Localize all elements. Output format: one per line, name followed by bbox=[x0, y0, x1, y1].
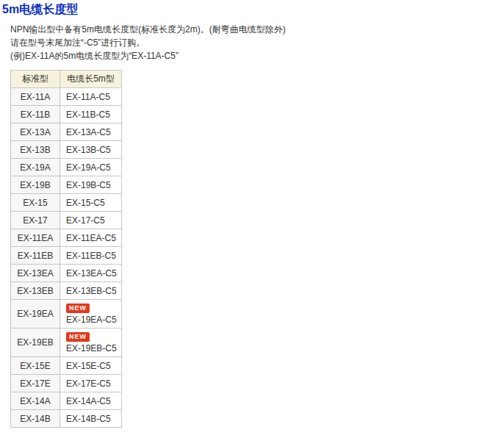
table-row: EX-19BEX-19B-C5 bbox=[11, 176, 122, 194]
new-badge: NEW bbox=[66, 332, 90, 342]
table-row: EX-17EEX-17E-C5 bbox=[11, 375, 122, 392]
table-row: EX-19EBNEWEX-19EB-C5 bbox=[11, 328, 122, 357]
header-standard-type: 标准型 bbox=[11, 71, 60, 88]
table-row: EX-19EANEWEX-19EA-C5 bbox=[11, 300, 122, 328]
standard-model-cell: EX-19EA bbox=[11, 300, 60, 328]
table-row: EX-14AEX-14A-C5 bbox=[11, 392, 122, 410]
table-row: EX-13EBEX-13EB-C5 bbox=[11, 282, 122, 300]
standard-model-cell: EX-13EA bbox=[11, 265, 60, 282]
table-row: EX-19AEX-19A-C5 bbox=[11, 159, 122, 176]
intro-line-2: 请在型号末尾加注“-C5”进行订购。 bbox=[10, 36, 504, 49]
table-row: EX-11BEX-11B-C5 bbox=[11, 106, 122, 123]
cable5m-model-cell: EX-11A-C5 bbox=[60, 88, 122, 106]
standard-model-cell: EX-13EB bbox=[11, 282, 60, 300]
standard-model-cell: EX-19EB bbox=[11, 328, 60, 357]
header-row: 标准型 电缆长5m型 bbox=[11, 71, 122, 88]
cable5m-model-cell: EX-11EB-C5 bbox=[60, 247, 122, 265]
standard-model-cell: EX-17 bbox=[11, 212, 60, 229]
table-row: EX-13EAEX-13EA-C5 bbox=[11, 265, 122, 282]
standard-model-cell: EX-14B bbox=[11, 410, 60, 428]
cable-table-body: EX-11AEX-11A-C5EX-11BEX-11B-C5EX-13AEX-1… bbox=[11, 88, 122, 428]
page-title: 5m电缆长度型 bbox=[0, 0, 504, 16]
cable5m-model-cell: EX-13A-C5 bbox=[60, 123, 122, 141]
header-cable-5m-type: 电缆长5m型 bbox=[60, 71, 122, 88]
standard-model-cell: EX-11A bbox=[11, 88, 60, 106]
table-row: EX-14BEX-14B-C5 bbox=[11, 410, 122, 428]
cable5m-model-text: EX-19EB-C5 bbox=[66, 342, 118, 354]
standard-model-cell: EX-13A bbox=[11, 123, 60, 141]
cable5m-model-cell: EX-13EB-C5 bbox=[60, 282, 122, 300]
cable5m-model-cell: NEWEX-19EB-C5 bbox=[60, 328, 122, 357]
cable-table-head: 标准型 电缆长5m型 bbox=[11, 71, 122, 88]
standard-model-cell: EX-11EB bbox=[11, 247, 60, 265]
cable5m-model-cell: EX-17E-C5 bbox=[60, 375, 122, 392]
standard-model-cell: EX-19A bbox=[11, 159, 60, 176]
standard-model-cell: EX-17E bbox=[11, 375, 60, 392]
standard-model-cell: EX-15 bbox=[11, 194, 60, 212]
cable5m-model-text: EX-19EA-C5 bbox=[66, 314, 118, 326]
page: 5m电缆长度型 NPN输出型中备有5m电缆长度型(标准长度为2m)。(耐弯曲电缆… bbox=[0, 0, 504, 438]
standard-model-cell: EX-13B bbox=[11, 141, 60, 159]
cable5m-model-cell: EX-19A-C5 bbox=[60, 159, 122, 176]
standard-model-cell: EX-11EA bbox=[11, 229, 60, 247]
cable5m-model-cell: EX-11EA-C5 bbox=[60, 229, 122, 247]
table-row: EX-11AEX-11A-C5 bbox=[11, 88, 122, 106]
standard-model-cell: EX-14A bbox=[11, 392, 60, 410]
cable5m-model-cell: EX-11B-C5 bbox=[60, 106, 122, 123]
table-row: EX-17EX-17-C5 bbox=[11, 212, 122, 229]
table-row: EX-15EEX-15E-C5 bbox=[11, 357, 122, 375]
intro-line-1: NPN输出型中备有5m电缆长度型(标准长度为2m)。(耐弯曲电缆型除外) bbox=[10, 23, 504, 36]
table-row: EX-15EX-15-C5 bbox=[11, 194, 122, 212]
cable5m-model-cell: EX-19B-C5 bbox=[60, 176, 122, 194]
cable5m-model-cell: EX-13EA-C5 bbox=[60, 265, 122, 282]
standard-model-cell: EX-15E bbox=[11, 357, 60, 375]
cable5m-model-cell: EX-13B-C5 bbox=[60, 141, 122, 159]
cable5m-model-cell: EX-14A-C5 bbox=[60, 392, 122, 410]
cable5m-model-cell: NEWEX-19EA-C5 bbox=[60, 300, 122, 328]
standard-model-cell: EX-11B bbox=[11, 106, 60, 123]
standard-model-cell: EX-19B bbox=[11, 176, 60, 194]
table-row: EX-11EAEX-11EA-C5 bbox=[11, 229, 122, 247]
cable-model-table: 标准型 电缆长5m型 EX-11AEX-11A-C5EX-11BEX-11B-C… bbox=[10, 70, 122, 428]
new-badge: NEW bbox=[66, 304, 90, 313]
cable5m-model-cell: EX-15E-C5 bbox=[60, 357, 122, 375]
cable5m-model-cell: EX-17-C5 bbox=[60, 212, 122, 229]
cable5m-model-cell: EX-15-C5 bbox=[60, 194, 122, 212]
table-row: EX-11EBEX-11EB-C5 bbox=[11, 247, 122, 265]
table-row: EX-13AEX-13A-C5 bbox=[11, 123, 122, 141]
intro-line-3: (例)EX-11A的5m电缆长度型为“EX-11A-C5” bbox=[10, 49, 504, 62]
intro-text: NPN输出型中备有5m电缆长度型(标准长度为2m)。(耐弯曲电缆型除外) 请在型… bbox=[10, 23, 504, 62]
cable5m-model-cell: EX-14B-C5 bbox=[60, 410, 122, 428]
table-row: EX-13BEX-13B-C5 bbox=[11, 141, 122, 159]
